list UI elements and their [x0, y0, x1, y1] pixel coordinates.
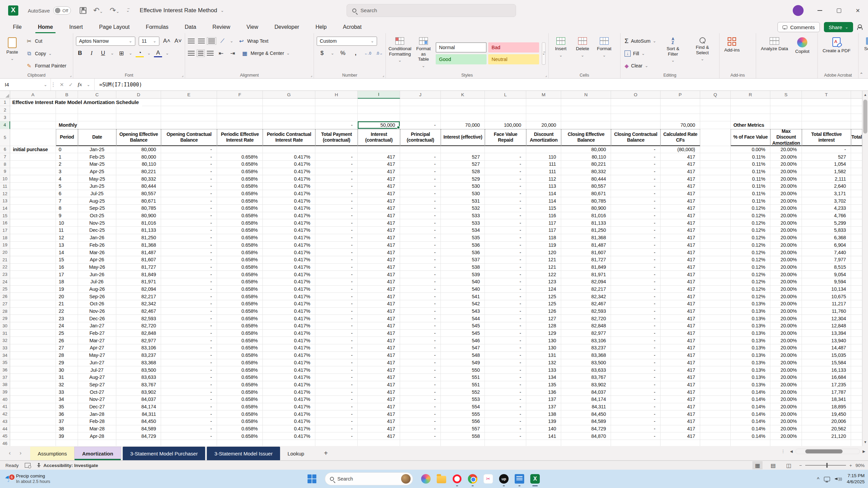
row-header-43[interactable]: 43: [0, 418, 10, 425]
cell-B20[interactable]: 14: [56, 249, 78, 256]
cell-T29[interactable]: 12,304: [802, 315, 851, 322]
cell-S7[interactable]: 20.00%: [770, 153, 802, 161]
cell-G20[interactable]: 0.417%: [263, 249, 315, 256]
menu-tab-review[interactable]: Review: [204, 21, 238, 33]
cell-I10[interactable]: 417: [358, 175, 400, 183]
cell-U23[interactable]: [851, 271, 862, 278]
cell-N22[interactable]: 81,849: [561, 264, 611, 271]
cell-F29[interactable]: 0.658%: [217, 315, 263, 322]
cell-E25[interactable]: -: [161, 286, 217, 293]
cell-J11[interactable]: -: [400, 183, 441, 190]
cell-C9[interactable]: Apr-25: [78, 168, 116, 176]
cell-S17[interactable]: 20.00%: [770, 227, 802, 234]
cell-H38[interactable]: -: [315, 381, 358, 389]
cell-B36[interactable]: 30: [56, 366, 78, 374]
cell-L32[interactable]: -: [485, 337, 526, 344]
cell-E31[interactable]: -: [161, 330, 217, 337]
style-neutral[interactable]: Neutral: [488, 54, 539, 64]
cell-S12[interactable]: 20.00%: [770, 190, 802, 198]
cell-R13[interactable]: 0.11%: [731, 197, 770, 205]
cell-M3[interactable]: [526, 114, 561, 121]
cell-N44[interactable]: 84,729: [561, 425, 611, 433]
cell-K16[interactable]: 533: [441, 219, 485, 227]
cell-T1[interactable]: [802, 99, 851, 106]
confirm-entry-icon[interactable]: ✓: [69, 82, 73, 88]
cell-B10[interactable]: 4: [56, 175, 78, 183]
cell-G7[interactable]: 0.417%: [263, 153, 315, 161]
align-left-icon[interactable]: [188, 51, 195, 56]
cell-D29[interactable]: 82,593: [116, 315, 161, 322]
cell-D17[interactable]: 81,133: [116, 227, 161, 234]
cell-B45[interactable]: 39: [56, 432, 78, 440]
cell-B33[interactable]: 27: [56, 344, 78, 352]
cell-I22[interactable]: 417: [358, 264, 400, 271]
cell-K34[interactable]: 548: [441, 352, 485, 359]
cell-S14[interactable]: 20.00%: [770, 205, 802, 212]
cell-O40[interactable]: -: [611, 396, 660, 403]
cell-P32[interactable]: 417: [660, 337, 700, 344]
cell-O28[interactable]: -: [611, 308, 660, 315]
cell-H30[interactable]: -: [315, 322, 358, 330]
cell-J26[interactable]: -: [400, 293, 441, 300]
cell-S5[interactable]: Max Discount Amortization: [770, 129, 802, 146]
cell-I32[interactable]: 417: [358, 337, 400, 344]
cell-H36[interactable]: -: [315, 366, 358, 374]
align-right-icon[interactable]: [207, 51, 214, 56]
cell-H11[interactable]: -: [315, 183, 358, 190]
cell-O20[interactable]: -: [611, 249, 660, 256]
cell-P12[interactable]: 417: [660, 190, 700, 198]
cell-M46[interactable]: [526, 440, 561, 446]
cell-L3[interactable]: [485, 114, 526, 121]
row-header-37[interactable]: 37: [0, 374, 10, 381]
cell-R21[interactable]: 0.12%: [731, 256, 770, 264]
copy-button[interactable]: ⧉Copy⌄: [24, 49, 68, 58]
cell-I39[interactable]: 417: [358, 388, 400, 396]
cell-T2[interactable]: [802, 106, 851, 114]
cell-J40[interactable]: -: [400, 396, 441, 403]
cell-L1[interactable]: [485, 99, 526, 106]
column-header-S[interactable]: S: [770, 91, 802, 99]
save-icon[interactable]: [80, 7, 86, 14]
cell-H37[interactable]: -: [315, 374, 358, 381]
cell-M14[interactable]: 115: [526, 205, 561, 212]
cell-K9[interactable]: 528: [441, 168, 485, 176]
cell-N45[interactable]: 84,870: [561, 432, 611, 440]
cell-P3[interactable]: [660, 114, 700, 121]
cell-B26[interactable]: 20: [56, 293, 78, 300]
cell-K40[interactable]: 553: [441, 396, 485, 403]
cell-H15[interactable]: -: [315, 212, 358, 220]
cell-U34[interactable]: [851, 352, 862, 359]
cell-J34[interactable]: -: [400, 352, 441, 359]
cell-E5[interactable]: Opening Contractual Balance: [161, 129, 217, 146]
cell-I21[interactable]: 417: [358, 256, 400, 264]
cell-M31[interactable]: 129: [526, 330, 561, 337]
cell-K14[interactable]: 532: [441, 205, 485, 212]
cell-O5[interactable]: Closing Contractual Balance: [611, 129, 660, 146]
cell-C22[interactable]: May-26: [78, 264, 116, 271]
cell-P45[interactable]: 417: [660, 432, 700, 440]
cell-J30[interactable]: -: [400, 322, 441, 330]
cell-L28[interactable]: -: [485, 308, 526, 315]
cell-K5[interactable]: Interest (effective): [441, 129, 485, 146]
cell-F3[interactable]: [217, 114, 263, 121]
paste-button[interactable]: Paste⌄: [3, 36, 22, 71]
cell-F1[interactable]: [217, 99, 263, 106]
cell-M38[interactable]: 135: [526, 381, 561, 389]
cell-M17[interactable]: 117: [526, 227, 561, 234]
cell-L29[interactable]: -: [485, 315, 526, 322]
cell-Q35[interactable]: [700, 359, 731, 367]
cell-K13[interactable]: 531: [441, 197, 485, 205]
cell-L2[interactable]: [485, 106, 526, 114]
cell-E4[interactable]: [161, 121, 217, 129]
cell-C46[interactable]: [78, 440, 116, 446]
cell-G40[interactable]: 0.417%: [263, 396, 315, 403]
solver-button[interactable]: Solver: [861, 36, 868, 71]
cell-E10[interactable]: -: [161, 175, 217, 183]
row-header-7[interactable]: 7: [0, 153, 10, 161]
increase-indent-icon[interactable]: ⇥: [229, 50, 237, 57]
cell-S24[interactable]: 20.00%: [770, 278, 802, 286]
cell-K4[interactable]: 70,000: [441, 121, 485, 129]
column-header-M[interactable]: M: [526, 91, 561, 99]
cell-U44[interactable]: [851, 425, 862, 433]
cell-F30[interactable]: 0.658%: [217, 322, 263, 330]
